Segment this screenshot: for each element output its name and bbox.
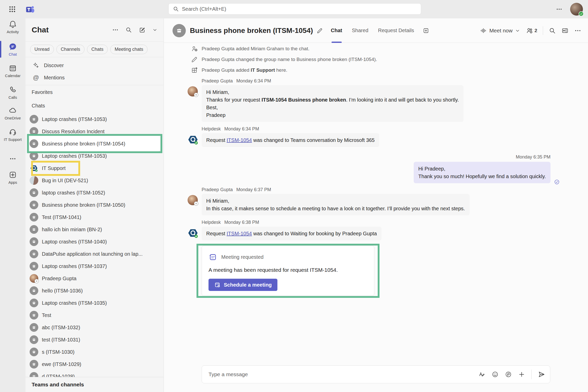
chat-list-item[interactable]: Test (ITSM-1041) <box>26 211 163 223</box>
search-input[interactable] <box>182 6 417 12</box>
system-message: Pradeep Gupta added IT Support here. <box>191 65 287 76</box>
chat-list-item-it-support[interactable]: IT Support <box>26 162 163 174</box>
filter-pill-chats[interactable]: Chats <box>87 45 108 54</box>
attach-plus-icon[interactable] <box>518 371 525 378</box>
message-meta: Pradeep Gupta Monday 6:34 PM <box>202 78 271 84</box>
add-people-icon <box>526 27 533 34</box>
filter-pill-unread[interactable]: Unread <box>30 45 54 54</box>
tab-shared[interactable]: Shared <box>352 18 369 43</box>
rail-label: Calendar <box>5 74 21 78</box>
format-icon[interactable] <box>478 371 485 378</box>
chat-list-item[interactable]: Discuss Resolution Incident <box>26 125 163 138</box>
top-bar <box>0 0 588 18</box>
meet-now-button[interactable]: Meet now <box>480 27 520 34</box>
add-tab-icon[interactable] <box>423 27 429 34</box>
participants-button[interactable]: 2 <box>526 27 537 34</box>
global-search[interactable] <box>168 3 421 15</box>
rail-item-activity[interactable]: Activity <box>0 20 26 34</box>
rail-more-icon[interactable] <box>0 155 26 162</box>
request-link[interactable]: ITSM-1054 <box>227 137 252 143</box>
message-bubble[interactable]: Request ITSM-1054 was changed to Waiting… <box>202 227 382 240</box>
chat-list-item[interactable]: Laptop crashes (ITSM-1035) <box>26 297 163 309</box>
rail-item-calls[interactable]: Calls <box>0 85 26 100</box>
pencil-icon <box>191 56 198 63</box>
request-link[interactable]: ITSM-1054 <box>227 231 252 236</box>
chat-list-item[interactable]: Bug in UI (DEV-521) <box>26 174 163 187</box>
sidebar-item-mentions[interactable]: @ Mentions <box>26 71 164 84</box>
chat-list-item-pradeep[interactable]: Pradeep Gupta <box>26 272 163 285</box>
filter-pill-meeting-chats[interactable]: Meeting chats <box>110 45 148 54</box>
meet-now-chevron-icon[interactable] <box>515 28 520 33</box>
message-input[interactable] <box>209 371 478 377</box>
sender-avatar[interactable] <box>188 195 198 205</box>
helpdesk-bot-avatar[interactable] <box>187 227 199 239</box>
chat-title: Business phone broken (ITSM-1054) <box>190 27 313 35</box>
user-avatar[interactable] <box>570 3 583 16</box>
chat-list-item[interactable]: abc (ITSM-1032) <box>26 321 163 334</box>
new-chat-icon[interactable] <box>139 26 146 33</box>
chat-list-item[interactable]: Test <box>26 309 163 321</box>
chat-list-item[interactable]: Laptop crashes (ITSM-1037) <box>26 260 163 272</box>
loop-icon[interactable] <box>505 371 512 378</box>
send-icon[interactable] <box>538 371 545 378</box>
chat-list-item[interactable]: Laptop crashes (ITSM-1053) <box>26 150 163 162</box>
rail-item-it-support[interactable]: IT Support <box>0 128 26 142</box>
new-chat-chevron-icon[interactable] <box>152 27 157 32</box>
bell-icon <box>8 20 17 29</box>
chat-list-item[interactable]: Business phone broken (ITSM-1050) <box>26 199 163 211</box>
message-bubble[interactable]: Request ITSM-1054 was changed to Teams c… <box>202 133 379 147</box>
helpdesk-bot-avatar[interactable] <box>187 134 199 145</box>
chat-list-item[interactable]: Laptop crashes (ITSM-1040) <box>26 236 163 248</box>
chat-list-item[interactable]: laptop crashes (ITSM-1052) <box>26 187 163 199</box>
tab-request-details[interactable]: Request Details <box>378 18 414 43</box>
rail-item-apps[interactable]: Apps <box>0 170 26 185</box>
rail-item-calendar[interactable]: Calendar <box>0 64 26 78</box>
rail-item-chat[interactable]: Chat <box>0 42 26 56</box>
app-launcher-icon[interactable] <box>8 5 17 14</box>
teams-and-channels-footer[interactable]: Teams and channels <box>26 377 164 392</box>
tab-chat[interactable]: Chat <box>331 18 342 43</box>
sender-avatar[interactable] <box>188 86 198 96</box>
message-bubble[interactable]: Hi Miriam, In this case, it makes sense … <box>202 194 470 215</box>
group-avatar <box>30 213 38 222</box>
chat-list-item[interactable]: s (ITSM-1030) <box>26 346 163 358</box>
group-avatar <box>30 299 38 307</box>
filter-pill-channels[interactable]: Channels <box>56 45 84 54</box>
rail-item-onedrive[interactable]: OneDrive <box>0 106 26 120</box>
chat-more-icon[interactable] <box>574 27 581 34</box>
chat-list-item[interactable]: ewe (ITSM-1029) <box>26 358 163 370</box>
rail-label: Apps <box>8 180 17 185</box>
chats-section-header[interactable]: Chats <box>32 103 45 109</box>
chat-list-item[interactable]: DataPulse application not launching on l… <box>26 248 163 260</box>
chat-list-item[interactable]: d (ITSM-1028) <box>26 370 163 377</box>
chat-list-item[interactable]: hallo ich bin miriam (BN-2) <box>26 223 163 236</box>
emoji-icon[interactable] <box>492 371 499 378</box>
chat-list-item[interactable]: test (ITSM-1031) <box>26 334 163 346</box>
group-avatar <box>30 372 38 377</box>
chat-search-icon[interactable] <box>125 27 132 33</box>
sender-name: Helpdesk <box>202 220 221 225</box>
open-side-pane-icon[interactable] <box>561 27 569 34</box>
favorites-section-header[interactable]: Favorites <box>32 89 53 95</box>
chat-list-item-selected[interactable]: Business phone broken (ITSM-1054) <box>26 138 163 150</box>
meeting-calendar-icon <box>209 253 217 261</box>
group-chat-avatar[interactable] <box>173 24 186 37</box>
chat-pane: Business phone broken (ITSM-1054) Chat S… <box>164 18 588 392</box>
message-bubble[interactable]: Hi Miriam, Thanks for your request ITSM-… <box>202 85 463 122</box>
edit-name-icon[interactable] <box>316 27 323 34</box>
topbar-more-icon[interactable] <box>555 6 564 12</box>
photo-avatar <box>30 274 38 283</box>
card-body: A meeting has been requested for request… <box>209 267 368 273</box>
schedule-meeting-button[interactable]: Schedule a meeting <box>209 279 277 291</box>
search-in-chat-icon[interactable] <box>549 27 556 34</box>
group-avatar <box>30 152 38 160</box>
chat-filter-more-icon[interactable] <box>112 27 119 33</box>
calendar-icon <box>8 64 17 72</box>
sidebar-item-discover[interactable]: Discover <box>26 59 164 71</box>
message-time: Monday 6:35 PM <box>516 154 550 160</box>
chat-list-item[interactable]: Laptop crashes (ITSM-1053) <box>26 113 163 125</box>
rail-label: OneDrive <box>5 116 21 120</box>
message-composer[interactable] <box>202 365 550 383</box>
chat-list-item[interactable]: hello (ITSM-1036) <box>26 285 163 297</box>
own-message-bubble[interactable]: Hi Pradeep, Thank you so much! Hopefully… <box>414 162 550 183</box>
